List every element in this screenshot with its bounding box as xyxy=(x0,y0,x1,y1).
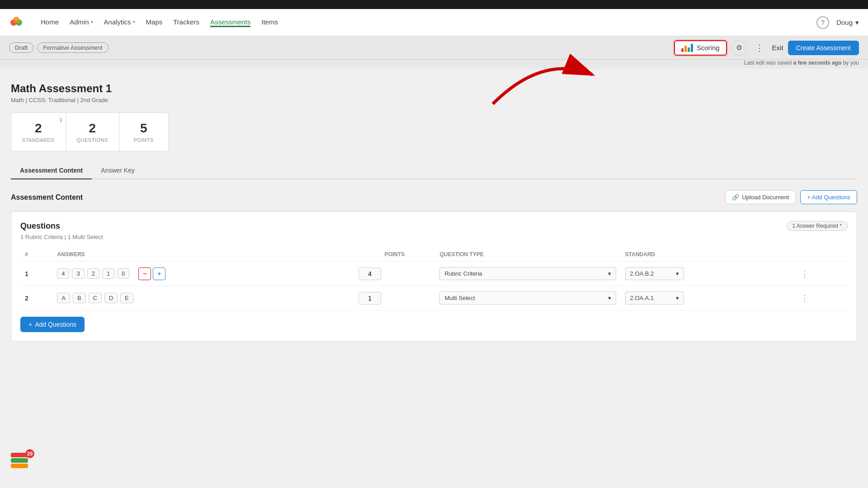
logo[interactable] xyxy=(9,15,27,30)
questions-box: Questions 1 Answer Required * 1 Rubric C… xyxy=(11,211,857,342)
nav-items[interactable]: Items xyxy=(261,18,278,27)
row-2-question-type-label: Multi Select xyxy=(444,295,475,301)
content-section-title: Assessment Content xyxy=(11,193,83,202)
user-name: Doug xyxy=(836,19,853,26)
tab-answer-key[interactable]: Answer Key xyxy=(92,162,144,179)
chip-4: 4 xyxy=(57,268,69,279)
upload-document-button[interactable]: 🔗 Upload Document xyxy=(725,190,796,204)
plus-button[interactable]: + xyxy=(153,267,165,280)
add-questions-bottom-button[interactable]: + Add Questions xyxy=(20,317,85,332)
nav-trackers[interactable]: Trackers xyxy=(173,18,199,27)
chip-d: D xyxy=(104,293,118,303)
row-1-question-type-chevron-icon: ▾ xyxy=(608,270,611,277)
create-assessment-button[interactable]: Create Assessment xyxy=(788,41,859,55)
formative-badge: Formative Assessment xyxy=(37,42,108,53)
svg-rect-4 xyxy=(11,464,28,468)
row-1-standard-select[interactable]: 2.OA.B.2 ▾ xyxy=(625,267,684,280)
chip-e: E xyxy=(120,293,133,303)
stat-questions: 2 QUESTIONS xyxy=(66,113,119,151)
stat-questions-value: 2 xyxy=(89,121,96,136)
chip-a: A xyxy=(57,293,70,303)
top-bar xyxy=(0,0,868,9)
svg-rect-5 xyxy=(11,458,28,463)
user-menu[interactable]: Doug ▾ xyxy=(836,19,859,27)
row-1-answers: 4 3 2 1 0 − + xyxy=(57,267,349,280)
questions-subtitle: 1 Rubric Criteria | 1 Multi Select xyxy=(20,234,848,240)
chip-3: 3 xyxy=(72,268,84,279)
col-actions xyxy=(794,248,848,262)
stat-questions-label: QUESTIONS xyxy=(77,137,108,143)
more-options-button[interactable]: ⋮ xyxy=(751,41,768,55)
stat-points-value: 5 xyxy=(140,121,147,136)
row-2-answer-chips: A B C D E xyxy=(57,293,133,303)
row-1-standard-chevron-icon: ▾ xyxy=(676,270,679,277)
minus-button[interactable]: − xyxy=(138,267,151,280)
row-2-num: 2 xyxy=(25,295,28,302)
col-num: # xyxy=(20,248,52,262)
row-2-more-options[interactable]: ⋮ xyxy=(799,294,811,303)
questions-table: # Answers Points Question type Standard … xyxy=(20,248,848,310)
section-actions: 🔗 Upload Document + Add Questions xyxy=(725,190,857,204)
row-2-question-type-chevron-icon: ▾ xyxy=(608,295,611,301)
svg-point-2 xyxy=(13,17,19,23)
col-question-type: Question type xyxy=(435,248,620,262)
add-questions-outline-label: + Add Questions xyxy=(807,194,850,201)
table-row: 2 A B C D E xyxy=(20,286,848,310)
stat-points-label: POINTS xyxy=(134,137,154,143)
admin-chevron-icon: ▾ xyxy=(91,19,93,24)
chip-1: 1 xyxy=(102,268,114,279)
table-row: 1 4 3 2 1 0 − + xyxy=(20,262,848,286)
stat-standards: ℹ 2 STANDARDS xyxy=(11,113,66,151)
notification-badge: 29 xyxy=(25,449,34,458)
nav-assessments[interactable]: Assessments xyxy=(210,18,250,27)
chip-b: B xyxy=(73,293,86,303)
row-2-points-input[interactable] xyxy=(359,292,381,305)
row-1-points-input[interactable] xyxy=(359,267,381,280)
scoring-label: Scoring xyxy=(697,44,720,52)
info-icon[interactable]: ℹ xyxy=(60,117,62,123)
col-standard: Standard xyxy=(621,248,794,262)
col-answers: Answers xyxy=(52,248,354,262)
row-1-question-type-select[interactable]: Rubric Criteria ▾ xyxy=(439,267,616,280)
main-content: Math Assessment 1 Math | CCSS: Tradition… xyxy=(0,69,868,360)
help-icon[interactable]: ? xyxy=(816,16,829,29)
row-2-question-type-select[interactable]: Multi Select ▾ xyxy=(439,291,616,305)
nav-maps[interactable]: Maps xyxy=(146,18,163,27)
chip-0: 0 xyxy=(117,268,129,279)
floating-logo[interactable]: 29 xyxy=(9,451,33,474)
last-edit-text: Last edit was saved a few seconds ago by… xyxy=(744,60,859,66)
row-2-standard-select[interactable]: 2.OA.A.1 ▾ xyxy=(625,291,684,305)
questions-title: Questions xyxy=(20,221,60,231)
row-1-more-options[interactable]: ⋮ xyxy=(799,269,811,278)
chip-c: C xyxy=(89,293,102,303)
nav-links: Home Admin ▾ Analytics ▾ Maps Trackers A… xyxy=(41,18,816,27)
stat-points: 5 POINTS xyxy=(119,113,169,151)
nav-home[interactable]: Home xyxy=(41,18,59,27)
badge-group: Draft Formative Assessment xyxy=(9,42,108,53)
row-2-answers: A B C D E xyxy=(57,293,349,303)
nav-admin[interactable]: Admin ▾ xyxy=(70,18,93,27)
questions-box-header: Questions 1 Answer Required * xyxy=(20,221,848,231)
exit-button[interactable]: Exit xyxy=(772,44,783,52)
stats-row: ℹ 2 STANDARDS 2 QUESTIONS 5 POINTS xyxy=(11,113,857,151)
section-header: Assessment Content 🔗 Upload Document + A… xyxy=(11,190,857,204)
qty-buttons: − + xyxy=(138,267,165,280)
nav-analytics[interactable]: Analytics ▾ xyxy=(104,18,135,27)
row-1-question-type-label: Rubric Criteria xyxy=(444,270,482,277)
navbar: Home Admin ▾ Analytics ▾ Maps Trackers A… xyxy=(0,9,868,36)
tab-assessment-content[interactable]: Assessment Content xyxy=(11,162,92,179)
row-2-standard-chevron-icon: ▾ xyxy=(676,295,679,301)
chip-2: 2 xyxy=(87,268,99,279)
row-1-num: 1 xyxy=(25,270,28,277)
scoring-bars-icon xyxy=(681,44,693,52)
row-1-standard-row: 2.OA.B.2 ▾ xyxy=(625,267,790,280)
add-questions-bottom-label: Add Questions xyxy=(35,321,76,328)
settings-button[interactable]: ⚙ xyxy=(731,40,747,56)
scoring-button[interactable]: Scoring xyxy=(674,40,727,56)
add-questions-outline-button[interactable]: + Add Questions xyxy=(800,190,857,204)
upload-doc-label: Upload Document xyxy=(742,194,789,201)
row-1-answer-chips: 4 3 2 1 0 xyxy=(57,268,129,279)
answer-required-badge: 1 Answer Required * xyxy=(787,221,848,231)
add-questions-bottom-icon: + xyxy=(28,321,32,328)
sub-header-actions: Scoring ⚙ ⋮ Exit Create Assessment xyxy=(674,40,859,56)
